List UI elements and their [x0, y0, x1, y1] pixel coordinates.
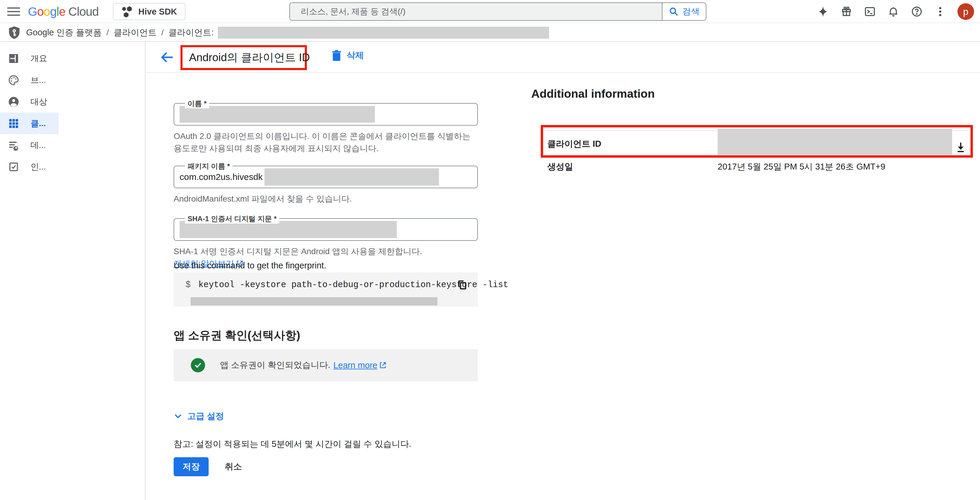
- keytool-code-block: $ keytool -keystore path-to-debug-or-pro…: [173, 272, 478, 307]
- ownership-learn-more-link[interactable]: Learn more: [333, 360, 377, 370]
- command-output-redacted: [191, 297, 438, 306]
- trash-icon: [331, 49, 342, 62]
- gemini-sparkle-icon[interactable]: [817, 5, 829, 18]
- sidebar-item-verification[interactable]: 인...: [0, 156, 59, 178]
- delete-button-label: 삭제: [347, 49, 364, 62]
- search-button[interactable]: 검색: [662, 3, 706, 20]
- ownership-status-box: 앱 소유권이 확인되었습니다. Learn more: [173, 349, 478, 381]
- search-bar: 리소스, 문서, 제품 등 검색(/) 검색: [290, 2, 706, 21]
- sidebar-item-overview[interactable]: 개요: [0, 48, 59, 69]
- sidebar-item-label: 데...: [30, 140, 46, 151]
- delete-button[interactable]: 삭제: [331, 49, 364, 62]
- package-field-group: 패키지 이름 * com.com2us.hivesdk AndroidManif…: [173, 166, 478, 205]
- top-header: Google Cloud Hive SDK 리소스, 문서, 제품 등 검색(/…: [0, 0, 980, 23]
- advanced-settings-label: 고급 설정: [187, 410, 224, 422]
- sidebar-item-label: 개요: [30, 53, 47, 64]
- name-field-group: 이름 * OAuth 2.0 클라이언트의 이름입니다. 이 이름은 콘솔에서 …: [173, 103, 478, 154]
- package-value-redacted: [264, 168, 439, 186]
- logo-letter: G: [28, 5, 37, 18]
- help-icon[interactable]: [910, 5, 923, 18]
- save-button[interactable]: 저장: [173, 457, 208, 476]
- cancel-button[interactable]: 취소: [225, 461, 242, 473]
- project-selector[interactable]: Hive SDK: [113, 3, 186, 20]
- palette-icon: [7, 74, 20, 87]
- logo-letter: o: [44, 5, 50, 18]
- account-avatar[interactable]: p: [958, 3, 974, 20]
- breadcrumb-separator: /: [161, 28, 164, 37]
- clients-grid-icon: [7, 117, 20, 130]
- project-name: Hive SDK: [138, 7, 177, 17]
- sha1-field-label: SHA-1 인증서 디지털 지문 *: [185, 214, 279, 224]
- ownership-section-heading: 앱 소유권 확인(선택사항): [173, 328, 300, 343]
- shell-prompt: $: [186, 280, 191, 290]
- copy-icon[interactable]: [457, 279, 468, 291]
- overview-icon: [7, 52, 20, 65]
- avatar-initial: p: [963, 6, 969, 17]
- creation-date-value: 2017년 5월 25일 PM 5시 31분 26초 GMT+9: [718, 161, 885, 173]
- name-input[interactable]: 이름 *: [173, 103, 478, 126]
- header-icon-strip: p: [817, 0, 974, 23]
- google-cloud-logo[interactable]: Google Cloud: [28, 5, 99, 19]
- name-value-redacted: [180, 106, 375, 123]
- additional-info-heading: Additional information: [531, 87, 655, 100]
- breadcrumb: Google 인증 플랫폼 / 클라이언트 / 클라이언트:: [0, 24, 980, 42]
- sha1-helper-sentence: SHA-1 서명 인증서 디지털 지문은 Android 앱의 사용을 제한합니…: [173, 247, 422, 256]
- more-vert-icon[interactable]: [934, 5, 947, 18]
- sidebar-item-label: 브...: [30, 75, 46, 86]
- ownership-status-text: 앱 소유권이 확인되었습니다.: [220, 359, 330, 371]
- gift-icon[interactable]: [840, 5, 853, 18]
- person-icon: [7, 95, 20, 108]
- chevron-down-icon: [173, 412, 183, 421]
- content-header: Android의 클라이언트 ID 삭제: [145, 42, 980, 73]
- client-id-label: 클라이언트 ID: [547, 138, 601, 150]
- breadcrumb-separator: /: [107, 28, 109, 37]
- search-button-label: 검색: [682, 6, 700, 18]
- search-icon: [669, 6, 679, 17]
- list-gear-icon: [7, 139, 20, 152]
- logo-letter: g: [50, 5, 57, 18]
- package-field-label: 패키지 이름 *: [185, 161, 233, 171]
- logo-letter: e: [59, 5, 65, 18]
- client-name-redacted: [218, 27, 549, 38]
- sidebar-item-label: 클...: [30, 118, 46, 129]
- sidebar-item-branding[interactable]: 브...: [0, 69, 59, 91]
- left-nav: 개요 브... 대상: [0, 42, 145, 500]
- search-input[interactable]: 리소스, 문서, 제품 등 검색(/): [290, 3, 662, 20]
- sidebar-item-data-access[interactable]: 데...: [0, 134, 59, 156]
- package-value: com.com2us.hivesdk: [180, 172, 262, 182]
- external-link-icon: [379, 361, 387, 369]
- name-field-label: 이름 *: [185, 99, 209, 108]
- propagation-note: 참고: 설정이 적용되는 데 5분에서 몇 시간이 걸릴 수 있습니다.: [173, 438, 411, 450]
- project-hexagons-icon: [121, 6, 133, 18]
- name-helper-text: OAuth 2.0 클라이언트의 이름입니다. 이 이름은 콘솔에서 클라이언트…: [173, 130, 478, 154]
- page-title: Android의 클라이언트 ID: [189, 50, 310, 65]
- sidebar-item-audience[interactable]: 대상: [0, 91, 59, 113]
- sha1-input[interactable]: SHA-1 인증서 디지털 지문 *: [173, 218, 478, 241]
- sidebar-item-label: 대상: [30, 96, 47, 107]
- package-input[interactable]: 패키지 이름 * com.com2us.hivesdk: [173, 166, 478, 188]
- breadcrumb-auth-platform[interactable]: Google 인증 플랫폼: [26, 27, 102, 38]
- cloud-shell-icon[interactable]: [864, 5, 876, 18]
- notifications-bell-icon[interactable]: [887, 5, 900, 18]
- breadcrumb-client-current: 클라이언트:: [168, 27, 214, 38]
- verified-check-icon: [191, 358, 205, 372]
- sidebar-item-label: 인...: [30, 161, 46, 172]
- checkbox-icon: [7, 160, 20, 174]
- advanced-settings-toggle[interactable]: 고급 설정: [173, 410, 224, 422]
- form-actions: 저장 취소: [173, 457, 242, 476]
- annotation-box-title: Android의 클라이언트 ID: [180, 45, 307, 70]
- client-id-value-redacted: [718, 129, 952, 155]
- search-placeholder: 리소스, 문서, 제품 등 검색(/): [301, 6, 406, 17]
- fingerprint-hint-text: Use this command to get the fingerprint.: [173, 261, 326, 271]
- back-arrow-icon[interactable]: [160, 50, 174, 64]
- package-helper-text: AndroidManifest.xml 파일에서 찾을 수 있습니다.: [173, 193, 478, 205]
- download-icon[interactable]: [955, 141, 968, 155]
- creation-date-label: 생성일: [547, 161, 573, 173]
- logo-letter: o: [37, 5, 44, 18]
- gcp-console-page: Google Cloud Hive SDK 리소스, 문서, 제품 등 검색(/…: [0, 0, 980, 500]
- sidebar-item-clients[interactable]: 클...: [0, 113, 59, 134]
- annotation-box-client-id: 클라이언트 ID: [541, 125, 973, 158]
- breadcrumb-clients[interactable]: 클라이언트: [113, 27, 156, 38]
- hamburger-menu-icon[interactable]: [7, 6, 20, 18]
- auth-platform-shield-icon: [8, 26, 21, 40]
